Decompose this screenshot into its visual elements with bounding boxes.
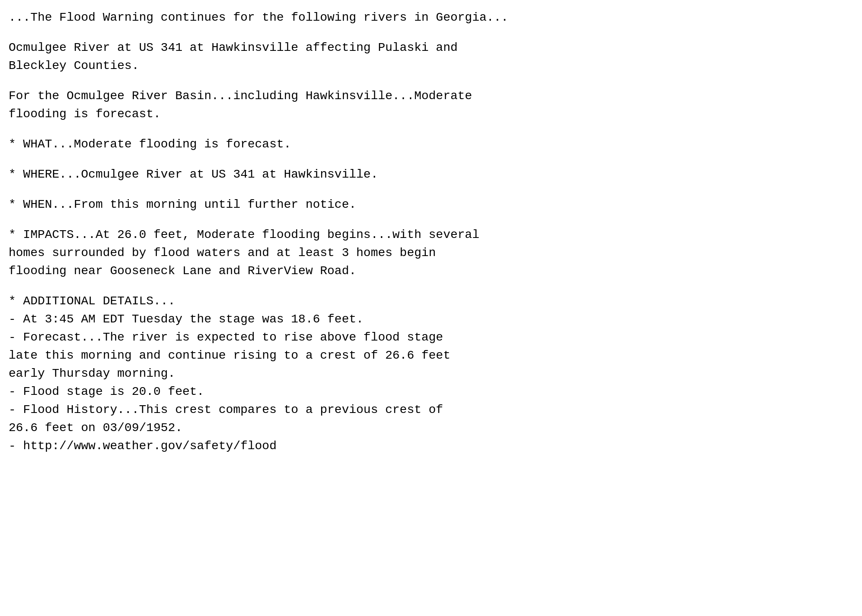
what-section: * WHAT...Moderate flooding is forecast. <box>9 135 853 153</box>
main-content: ...The Flood Warning continues for the f… <box>9 9 853 455</box>
when-section: * WHEN...From this morning until further… <box>9 196 853 214</box>
where-section: * WHERE...Ocmulgee River at US 341 at Ha… <box>9 166 853 184</box>
impacts-section: * IMPACTS...At 26.0 feet, Moderate flood… <box>9 226 853 280</box>
river-location: Ocmulgee River at US 341 at Hawkinsville… <box>9 39 853 75</box>
flood-warning-header: ...The Flood Warning continues for the f… <box>9 9 853 27</box>
basin-forecast: For the Ocmulgee River Basin...including… <box>9 87 853 123</box>
additional-details: * ADDITIONAL DETAILS... - At 3:45 AM EDT… <box>9 292 853 455</box>
